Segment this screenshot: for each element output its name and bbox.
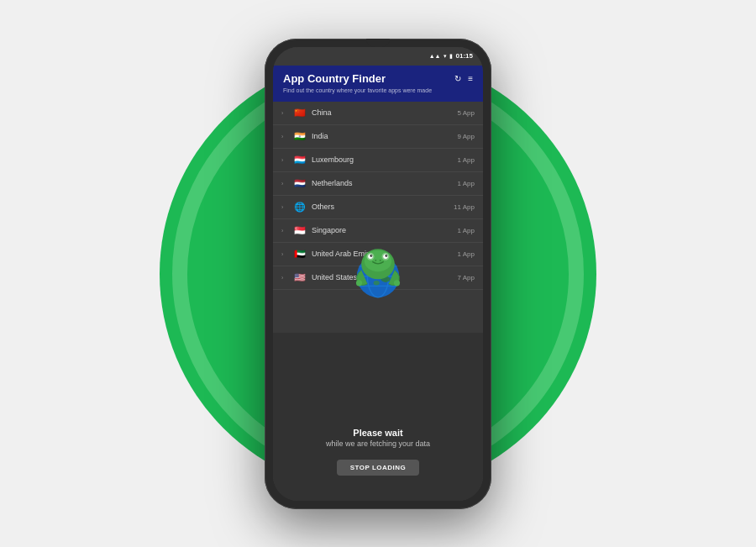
svg-point-18 [375, 259, 376, 260]
chevron-icon: › [281, 228, 288, 234]
app-count: 9 App [458, 133, 475, 140]
svg-point-16 [371, 255, 372, 255]
country-name: India [312, 132, 453, 140]
svg-point-19 [380, 259, 381, 260]
wifi-icon: ▾ [444, 53, 447, 60]
menu-icon[interactable]: ≡ [468, 74, 473, 83]
list-item[interactable]: › 🇨🇳 China 5 App [273, 102, 483, 125]
loading-main-text: Please wait [353, 428, 402, 438]
country-name: Others [312, 202, 449, 211]
header-row: App Country Finder ↻ ≡ [283, 72, 473, 85]
svg-point-21 [394, 280, 400, 286]
header-icons: ↻ ≡ [454, 74, 473, 83]
app-header: App Country Finder ↻ ≡ Find out the coun… [273, 66, 483, 102]
svg-point-20 [356, 280, 362, 286]
country-name: Luxembourg [312, 155, 453, 164]
mascot-character [340, 232, 416, 308]
country-name: Netherlands [312, 179, 453, 187]
list-item[interactable]: › 🌐 Others 11 App [273, 196, 483, 219]
app-subtitle: Find out the country where your favorite… [283, 87, 473, 93]
status-bar: ▲▲ ▾ ▮ 01:15 [273, 47, 483, 66]
chevron-icon: › [281, 134, 288, 139]
status-icons: ▲▲ ▾ ▮ [429, 53, 453, 60]
chevron-icon: › [281, 181, 288, 187]
app-title: App Country Finder [283, 72, 386, 85]
flag-icon: 🇮🇳 [293, 131, 307, 142]
list-item[interactable]: › 🇳🇱 Netherlands 1 App [273, 172, 483, 196]
chevron-icon: › [281, 204, 288, 210]
flag-icon: 🌐 [293, 202, 307, 213]
svg-point-15 [386, 255, 388, 257]
list-item[interactable]: › 🇱🇺 Luxembourg 1 App [273, 149, 483, 172]
app-count: 1 App [458, 180, 475, 187]
chevron-icon: › [281, 157, 288, 163]
loading-sub-text: while we are fetching your data [326, 439, 430, 448]
phone-wrapper: ▲▲ ▾ ▮ 01:15 App Country Finder ↻ ≡ Find… [265, 39, 491, 509]
chevron-icon: › [281, 275, 288, 281]
app-count: 1 App [458, 156, 475, 164]
app-count: 11 App [454, 203, 475, 211]
country-name: China [312, 108, 453, 117]
list-item[interactable]: › 🇮🇳 India 9 App [273, 125, 483, 149]
signal-icon: ▲▲ [429, 53, 441, 59]
status-time: 01:15 [456, 52, 473, 60]
app-count: 5 App [458, 109, 475, 117]
flag-icon: 🇸🇬 [293, 225, 307, 236]
app-count: 1 App [458, 250, 475, 258]
svg-point-7 [374, 281, 380, 285]
flag-icon: 🇱🇺 [293, 155, 307, 166]
svg-point-14 [370, 255, 373, 257]
flag-icon: 🇺🇸 [293, 272, 307, 283]
flag-icon: 🇦🇪 [293, 249, 307, 260]
app-count: 1 App [458, 227, 475, 234]
chevron-icon: › [281, 110, 288, 116]
flag-icon: 🇨🇳 [293, 108, 307, 118]
phone-notch [366, 39, 390, 47]
flag-icon: 🇳🇱 [293, 178, 307, 189]
loading-overlay: Please wait while we are fetching your d… [273, 333, 483, 501]
svg-point-17 [386, 255, 387, 255]
chevron-icon: › [281, 251, 288, 257]
stop-loading-button[interactable]: STOP LOADING [337, 460, 420, 476]
app-count: 7 App [458, 274, 475, 281]
battery-icon: ▮ [449, 53, 453, 60]
refresh-icon[interactable]: ↻ [454, 74, 461, 83]
